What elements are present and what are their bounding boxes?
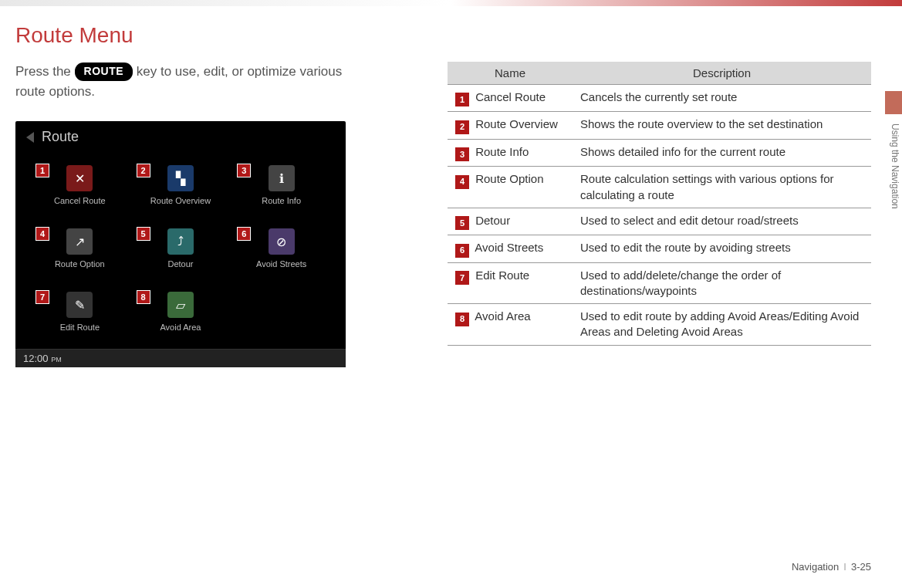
tile-icon: ✎ (66, 292, 93, 318)
route-keycap: ROUTE (75, 63, 133, 81)
row-badge: 6 (455, 244, 469, 258)
table-row: 4 Route OptionRoute calculation settings… (448, 167, 871, 208)
cell-desc: Route calculation settings with various … (573, 167, 871, 208)
screenshot-title: Route (42, 129, 79, 145)
row-badge: 3 (455, 147, 469, 161)
footer-page-number: 3-25 (851, 561, 871, 573)
tile-label: Detour (167, 259, 193, 269)
route-tile[interactable]: 5⤴Detour (130, 228, 231, 269)
cell-desc: Cancels the currently set route (573, 85, 871, 112)
side-section-label: Using the Navigation (890, 123, 900, 209)
route-description-table: Name Description 1 Cancel RouteCancels t… (448, 62, 871, 346)
cell-name: 6 Avoid Streets (448, 235, 573, 262)
cell-name: 8 Avoid Area (448, 304, 573, 346)
cell-name: 5 Detour (448, 208, 573, 235)
intro-text: Press the ROUTE key to use, edit, or opt… (15, 62, 355, 101)
row-badge: 7 (455, 271, 469, 285)
route-tile[interactable]: 3ℹRoute Info (231, 165, 332, 205)
row-badge: 1 (455, 93, 469, 106)
clock-suffix: PM (51, 356, 62, 363)
tile-label: Route Info (262, 196, 301, 205)
callout-badge: 4 (35, 227, 49, 241)
side-tab-marker (885, 91, 902, 114)
table-row: 8 Avoid AreaUsed to edit route by adding… (448, 304, 871, 346)
top-gradient-bar (0, 0, 902, 6)
route-tile[interactable]: 4↗Route Option (29, 228, 130, 269)
route-tile[interactable]: 7✎Edit Route (29, 292, 130, 332)
cell-name: 2 Route Overview (448, 112, 573, 139)
row-badge: 4 (455, 175, 469, 189)
page-title: Route Menu (15, 23, 871, 48)
table-row: 1 Cancel RouteCancels the currently set … (448, 85, 871, 112)
row-badge: 2 (455, 120, 469, 134)
th-desc: Description (573, 62, 871, 85)
cell-desc: Used to add/delete/change the order of d… (573, 262, 871, 304)
cell-desc: Shows the route overview to the set dest… (573, 112, 871, 139)
callout-badge: 7 (35, 290, 49, 304)
cell-name: 7 Edit Route (448, 262, 573, 304)
row-badge: 8 (455, 313, 469, 326)
tile-icon: ℹ (269, 165, 295, 191)
th-name: Name (448, 62, 573, 85)
route-screenshot: Route 1✕Cancel Route2▚Route Overview3ℹRo… (15, 121, 346, 367)
route-tile[interactable]: 6⊘Avoid Streets (231, 228, 332, 269)
table-row: 2 Route OverviewShows the route overview… (448, 112, 871, 139)
tile-icon: ✕ (66, 165, 93, 191)
back-arrow-icon[interactable] (26, 132, 34, 143)
tile-label: Avoid Streets (256, 259, 306, 269)
cell-name: 4 Route Option (448, 167, 573, 208)
tile-label: Route Option (55, 259, 105, 269)
clock-bar: 12:00 PM (15, 349, 346, 367)
tile-icon: ↗ (66, 228, 93, 255)
table-row: 6 Avoid StreetsUsed to edit the route by… (448, 235, 871, 262)
footer-section: Navigation (792, 561, 839, 573)
callout-badge: 6 (237, 227, 251, 241)
callout-badge: 2 (137, 164, 150, 177)
tile-label: Avoid Area (160, 323, 201, 332)
table-row: 3 Route InfoShows detailed info for the … (448, 139, 871, 166)
cell-desc: Used to edit the route by avoiding stree… (573, 235, 871, 262)
footer-separator: I (843, 561, 846, 573)
row-badge: 5 (455, 216, 469, 230)
cell-desc: Used to select and edit detour road/stre… (573, 208, 871, 235)
tile-icon: ⊘ (269, 228, 295, 255)
clock-time: 12:00 (23, 353, 49, 364)
callout-badge: 8 (137, 290, 150, 304)
tile-label: Route Overview (150, 196, 211, 205)
callout-badge: 5 (137, 227, 150, 241)
screenshot-header: Route (15, 121, 346, 151)
route-tile[interactable]: 1✕Cancel Route (29, 165, 130, 205)
table-row: 5 DetourUsed to select and edit detour r… (448, 208, 871, 235)
tile-icon: ▱ (167, 292, 194, 318)
intro-before: Press the (15, 64, 75, 79)
tile-icon: ▚ (167, 165, 194, 191)
cell-desc: Shows detailed info for the current rout… (573, 139, 871, 166)
cell-desc: Used to edit route by adding Avoid Areas… (573, 304, 871, 346)
callout-badge: 3 (237, 164, 251, 177)
route-tile[interactable]: 8▱Avoid Area (130, 292, 231, 332)
cell-name: 1 Cancel Route (448, 85, 573, 112)
route-tile[interactable]: 2▚Route Overview (130, 165, 231, 205)
callout-badge: 1 (35, 164, 49, 177)
tile-label: Edit Route (60, 323, 100, 332)
tile-label: Cancel Route (54, 196, 106, 205)
tile-icon: ⤴ (167, 228, 194, 255)
cell-name: 3 Route Info (448, 139, 573, 166)
page-footer: NavigationI3-25 (792, 561, 871, 573)
table-row: 7 Edit RouteUsed to add/delete/change th… (448, 262, 871, 304)
